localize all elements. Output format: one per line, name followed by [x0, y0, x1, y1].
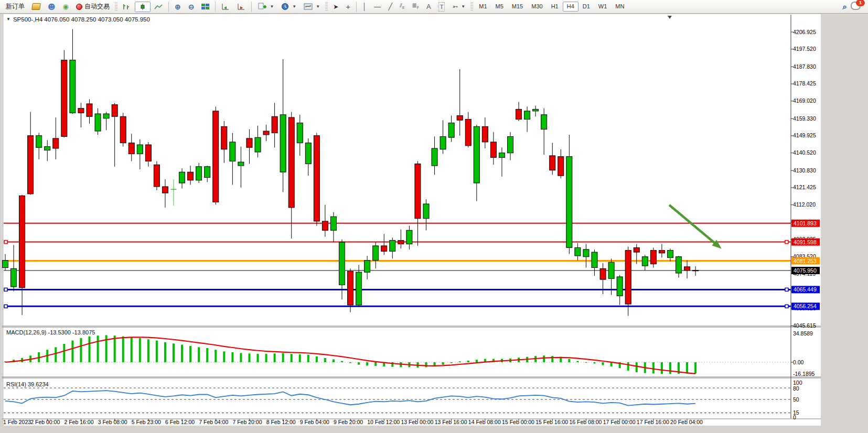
search-button[interactable]: ⌕ [839, 2, 851, 12]
candle-body [684, 267, 690, 270]
chart-window-icon [31, 3, 41, 10]
text-label-tool-button[interactable]: T [435, 2, 449, 12]
timeframe-m15-button[interactable]: M15 [508, 2, 527, 12]
tile-windows-icon [201, 4, 209, 9]
candle-body [533, 109, 539, 111]
timeframe-m5-button[interactable]: M5 [491, 2, 508, 12]
cursor-icon: ➤ [333, 3, 338, 11]
timeframe-d1-button[interactable]: D1 [578, 2, 594, 12]
candle-body [255, 137, 261, 152]
candle-chart-mode-button[interactable] [135, 2, 151, 12]
templates-button[interactable]: ▼ [300, 2, 324, 12]
candle-body [339, 242, 345, 285]
candle-body [365, 261, 370, 273]
candle-body [196, 167, 202, 180]
indicators-button[interactable]: ▼ [254, 2, 277, 12]
price-line-label: 4081.253 [794, 258, 817, 264]
time-axis-label: 13 Feb 16:00 [435, 419, 467, 425]
fibonacci-tool-button[interactable]: ≣F [409, 2, 423, 12]
candle-body [516, 109, 522, 119]
timeframe-h4-button[interactable]: H4 [563, 2, 578, 12]
price-axis-label: 4149.925 [793, 132, 816, 138]
timeframe-h1-button[interactable]: H1 [547, 2, 563, 12]
zoom-in-button[interactable]: ⊕ [171, 2, 185, 12]
chart-canvas[interactable]: 4206.9254197.5204187.8304178.4254169.020… [0, 0, 868, 433]
tile-windows-button[interactable] [198, 2, 213, 12]
macd-histogram-bar [669, 362, 671, 374]
timeframe-w1-button[interactable]: W1 [594, 2, 612, 12]
text-tool-button[interactable]: A [423, 2, 435, 12]
clock-icon [281, 3, 289, 10]
text-label-icon: T [438, 2, 445, 12]
candle-body [179, 172, 185, 183]
macd-histogram-bar [71, 341, 73, 362]
candle-body [693, 270, 699, 271]
candle-body [356, 272, 362, 305]
vline-tool-button[interactable]: │ [359, 2, 370, 12]
macd-histogram-bar [333, 359, 335, 362]
equidistant-channel-icon: ⫽E [400, 1, 405, 12]
rsi-axis-label: 0 [793, 414, 796, 420]
line-handle-marker[interactable] [785, 305, 788, 308]
trendline-tool-button[interactable]: ╱ [384, 2, 396, 12]
market-watch-button[interactable]: ☻ [44, 2, 59, 12]
time-axis-label: 9 Feb 04:00 [300, 419, 329, 425]
new-order-label: 新订单 [6, 2, 25, 11]
macd-histogram-bar [122, 337, 124, 362]
time-axis-label: 17 Feb 00:00 [603, 419, 636, 425]
macd-histogram-bar [543, 355, 545, 362]
line-handle-marker[interactable] [785, 288, 788, 291]
notifications-button[interactable]: 1 [851, 2, 861, 12]
candle-body [465, 119, 471, 145]
line-handle-marker[interactable] [4, 305, 7, 308]
macd-histogram-bar [248, 353, 250, 362]
candle-body [95, 114, 101, 131]
candle-body [566, 157, 572, 248]
timeframe-mn-button[interactable]: MN [611, 2, 628, 12]
candle-body [19, 196, 25, 287]
candle-body [78, 109, 84, 113]
crosshair-tool-button[interactable]: + [342, 2, 354, 12]
macd-histogram-bar [610, 362, 613, 366]
line-handle-marker[interactable] [4, 288, 7, 291]
auto-scroll-button[interactable] [218, 2, 233, 12]
bar-chart-mode-button[interactable] [119, 2, 135, 12]
arrows-tool-button[interactable]: ➳▼ [448, 2, 469, 12]
zoom-out-button[interactable]: ⊖ [185, 2, 198, 12]
rsi-indicator-label: RSI(14) 39.6234 [6, 381, 49, 387]
macd-histogram-bar [627, 362, 629, 371]
channel-tool-button[interactable]: ⫽E [396, 2, 409, 12]
price-axis-label: 4045.615 [793, 322, 816, 329]
auto-trading-button[interactable]: 自动交易 [72, 2, 113, 12]
line-handle-marker[interactable] [785, 241, 788, 244]
dropdown-caret-icon: ▼ [316, 4, 320, 9]
candle-body [415, 164, 421, 219]
macd-histogram-bar [156, 341, 158, 362]
macd-histogram-bar [231, 352, 233, 362]
line-handle-marker[interactable] [4, 241, 7, 244]
new-order-button[interactable]: 新订单 [2, 2, 28, 12]
chart-window-button[interactable] [28, 2, 44, 12]
chart-shift-button[interactable] [233, 2, 249, 12]
auto-trading-label: 自动交易 [84, 2, 110, 11]
macd-histogram-bar [189, 346, 191, 362]
hline-tool-button[interactable]: — [370, 2, 384, 12]
time-axis-label: 15 Feb 00:00 [502, 419, 534, 425]
candle-body [406, 230, 412, 244]
collapse-triangle-icon[interactable]: ▼ [6, 17, 10, 21]
candle-body [550, 156, 555, 170]
price-axis-label: 4112.020 [793, 201, 816, 208]
candle-body [280, 115, 286, 172]
timeframe-m1-button[interactable]: M1 [475, 2, 491, 12]
macd-histogram-bar [282, 353, 284, 362]
timeframe-m30-button[interactable]: M30 [527, 2, 546, 12]
price-axis-label: 4206.925 [793, 29, 816, 35]
macd-histogram-bar [694, 362, 696, 374]
periods-button[interactable]: ▼ [277, 2, 300, 12]
macd-histogram-bar [576, 361, 578, 362]
signal-button[interactable]: ◉ [59, 2, 72, 12]
dropdown-caret-icon: ▼ [292, 4, 296, 9]
line-chart-mode-button[interactable] [151, 2, 166, 12]
macd-histogram-bar [265, 354, 267, 362]
cursor-tool-button[interactable]: ➤ [329, 2, 342, 12]
